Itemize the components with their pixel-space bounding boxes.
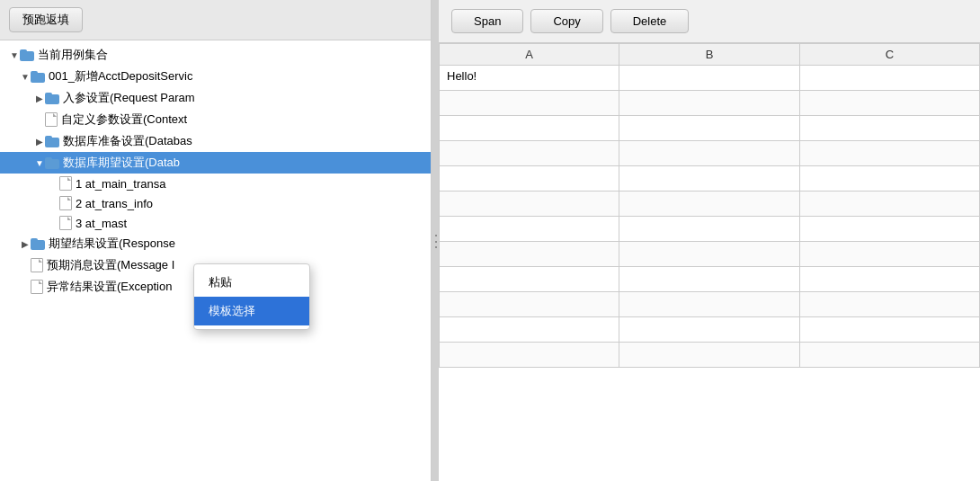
tree-label-folder4: 数据库期望设置(Datab <box>63 155 180 171</box>
span-button[interactable]: Span <box>451 9 523 33</box>
file-icon-file2 <box>59 176 72 191</box>
grid-cell-9-1[interactable] <box>619 292 799 317</box>
file-icon-file4 <box>59 216 72 230</box>
context-menu-paste[interactable]: 粘贴 <box>194 268 309 297</box>
triangle-folder4: ▼ <box>34 158 45 168</box>
grid-row-1 <box>440 91 980 116</box>
grid-cell-6-0[interactable] <box>440 217 619 242</box>
grid-row-11 <box>440 343 980 368</box>
grid-cell-1-2[interactable] <box>799 91 979 116</box>
grid-cell-10-0[interactable] <box>440 317 619 343</box>
grid-cell-5-2[interactable] <box>799 192 979 217</box>
tree-label-folder1: 001_新增AcctDepositServic <box>49 68 192 85</box>
grid-cell-4-0[interactable] <box>440 166 619 192</box>
tree-label-file4: 3 at_mast <box>76 217 127 230</box>
grid-cell-11-1[interactable] <box>619 343 799 368</box>
tree-item-file1[interactable]: 自定义参数设置(Context <box>0 109 431 130</box>
tree-item-folder3[interactable]: ▶数据库准备设置(Databas <box>0 130 431 152</box>
grid-row-2 <box>440 116 980 141</box>
left-panel: 预跑返填 ▼ 当前用例集合 ▼001_新增AcctDepositServic▶入… <box>0 0 432 481</box>
grid-cell-11-2[interactable] <box>799 343 979 368</box>
grid-cell-7-0[interactable] <box>440 242 619 267</box>
grid-cell-0-2[interactable] <box>799 66 979 91</box>
grid-cell-10-2[interactable] <box>799 317 979 343</box>
grid-cell-4-2[interactable] <box>799 166 979 192</box>
triangle-root: ▼ <box>9 50 20 60</box>
grid-row-3 <box>440 141 980 166</box>
tree-label-folder5: 期望结果设置(Response <box>49 236 175 252</box>
grid-row-7 <box>440 242 980 267</box>
grid-cell-0-1[interactable] <box>619 66 799 91</box>
grid-cell-3-2[interactable] <box>799 141 979 166</box>
file-icon-file1 <box>45 112 58 127</box>
grid-cell-1-1[interactable] <box>619 91 799 116</box>
grid-header-B: B <box>619 44 799 66</box>
tree-item-file4[interactable]: 3 at_mast <box>0 213 431 233</box>
grid-cell-10-1[interactable] <box>619 317 799 343</box>
grid-row-9 <box>440 292 980 317</box>
tree-item-folder1[interactable]: ▼001_新增AcctDepositServic <box>0 66 431 87</box>
folder-icon-folder1 <box>31 71 45 83</box>
grid-cell-2-0[interactable] <box>440 116 619 141</box>
grid-body: Hello! <box>440 66 980 368</box>
grid-header-C: C <box>799 44 979 66</box>
grid-header-A: A <box>440 44 619 66</box>
tree-item-folder2[interactable]: ▶入参设置(Request Param <box>0 87 431 109</box>
triangle-folder1: ▼ <box>20 72 31 82</box>
tree-label-folder2: 入参设置(Request Param <box>63 90 195 106</box>
grid-area: ABC Hello! <box>439 43 980 481</box>
tree-label-file6: 异常结果设置(Exception <box>47 279 172 295</box>
data-grid: ABC Hello! <box>439 43 980 368</box>
tree-item-file3[interactable]: 2 at_trans_info <box>0 193 431 213</box>
grid-row-5 <box>440 192 980 217</box>
grid-cell-4-1[interactable] <box>619 166 799 192</box>
grid-cell-5-1[interactable] <box>619 192 799 217</box>
grid-row-0: Hello! <box>440 66 980 91</box>
grid-cell-7-2[interactable] <box>799 242 979 267</box>
grid-cell-8-2[interactable] <box>799 267 979 292</box>
grid-cell-5-0[interactable] <box>440 192 619 217</box>
grid-cell-8-1[interactable] <box>619 267 799 292</box>
grid-cell-9-0[interactable] <box>440 292 619 317</box>
file-icon-file6 <box>31 280 43 294</box>
tree-label-file2: 1 at_main_transa <box>76 177 165 191</box>
grid-cell-6-1[interactable] <box>619 217 799 242</box>
tree-label-folder3: 数据库准备设置(Databas <box>63 133 192 149</box>
tree-root-label: 当前用例集合 <box>38 47 108 63</box>
grid-cell-9-2[interactable] <box>799 292 979 317</box>
grid-cell-8-0[interactable] <box>440 267 619 292</box>
grid-cell-2-2[interactable] <box>799 116 979 141</box>
folder-icon-folder3 <box>45 136 59 147</box>
grid-cell-1-0[interactable] <box>440 91 619 116</box>
grid-cell-3-0[interactable] <box>440 141 619 166</box>
grid-cell-2-1[interactable] <box>619 116 799 141</box>
panel-divider[interactable]: ⋮ <box>432 0 439 481</box>
tree-item-file2[interactable]: 1 at_main_transa <box>0 174 431 193</box>
file-icon-file3 <box>59 196 72 210</box>
grid-cell-11-0[interactable] <box>440 343 619 368</box>
tree-root[interactable]: ▼ 当前用例集合 <box>0 44 431 66</box>
right-panel: Span Copy Delete ABC Hello! <box>439 0 980 481</box>
folder-icon-root <box>20 49 34 61</box>
context-menu-template[interactable]: 模板选择 <box>194 297 309 325</box>
grid-cell-3-1[interactable] <box>619 141 799 166</box>
toolbar: 预跑返填 <box>0 0 431 40</box>
grid-header-row: ABC <box>440 44 980 66</box>
tree-label-file5: 预期消息设置(Message I <box>47 257 174 273</box>
context-menu: 粘贴 模板选择 <box>193 263 310 330</box>
grid-cell-0-0[interactable]: Hello! <box>440 66 619 91</box>
back-button[interactable]: 预跑返填 <box>9 7 83 32</box>
tree-item-folder4[interactable]: ▼数据库期望设置(Datab <box>0 152 431 174</box>
grid-cell-6-2[interactable] <box>799 217 979 242</box>
tree-area: ▼ 当前用例集合 ▼001_新增AcctDepositServic▶入参设置(R… <box>0 40 431 481</box>
triangle-folder3: ▶ <box>34 137 45 147</box>
grid-row-6 <box>440 217 980 242</box>
copy-button[interactable]: Copy <box>530 9 602 33</box>
triangle-folder2: ▶ <box>34 94 45 103</box>
delete-button[interactable]: Delete <box>610 9 690 33</box>
triangle-folder5: ▶ <box>20 239 31 249</box>
grid-row-8 <box>440 267 980 292</box>
folder-icon-folder5 <box>31 238 45 250</box>
grid-cell-7-1[interactable] <box>619 242 799 267</box>
tree-item-folder5[interactable]: ▶期望结果设置(Response <box>0 233 431 254</box>
